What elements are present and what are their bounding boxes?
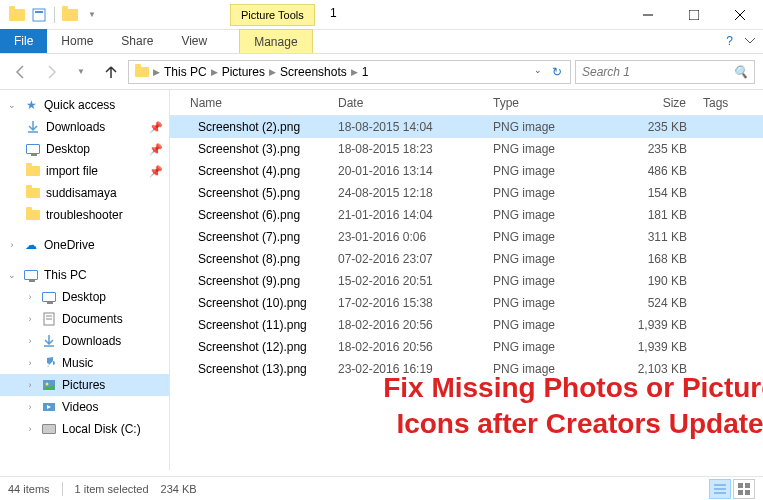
explorer-icon[interactable]: [8, 6, 26, 24]
tab-view[interactable]: View: [167, 29, 221, 53]
file-date: 15-02-2016 20:51: [330, 274, 485, 288]
cloud-icon: ☁: [22, 236, 40, 254]
expand-icon[interactable]: ›: [24, 358, 36, 368]
sidebar-item[interactable]: suddisamaya: [0, 182, 169, 204]
sidebar-item[interactable]: ›Pictures: [0, 374, 169, 396]
file-list-area: Name Date Type Size Tags Screenshot (2).…: [170, 90, 763, 470]
sidebar-item[interactable]: Desktop📌: [0, 138, 169, 160]
address-bar[interactable]: ▶ This PC ▶ Pictures ▶ Screenshots ▶ 1 ⌄…: [128, 60, 571, 84]
column-type[interactable]: Type: [485, 96, 615, 110]
file-name: Screenshot (3).png: [198, 142, 300, 156]
column-headers: Name Date Type Size Tags: [170, 90, 763, 116]
column-tags[interactable]: Tags: [695, 96, 755, 110]
crumb-pictures[interactable]: Pictures: [220, 65, 267, 79]
file-row[interactable]: Screenshot (8).png 07-02-2016 23:07 PNG …: [170, 248, 763, 270]
details-view-button[interactable]: [709, 479, 731, 499]
file-type: PNG image: [485, 186, 615, 200]
minimize-button[interactable]: [625, 0, 671, 30]
search-box[interactable]: 🔍: [575, 60, 755, 84]
file-row[interactable]: Screenshot (9).png 15-02-2016 20:51 PNG …: [170, 270, 763, 292]
sidebar-item-label: Local Disk (C:): [62, 422, 163, 436]
sidebar-item[interactable]: Downloads📌: [0, 116, 169, 138]
sidebar-item[interactable]: ›Music: [0, 352, 169, 374]
svg-rect-3: [689, 10, 699, 20]
file-row[interactable]: Screenshot (7).png 23-01-2016 0:06 PNG i…: [170, 226, 763, 248]
nav-quick-access[interactable]: ⌄ ★ Quick access: [0, 94, 169, 116]
close-button[interactable]: [717, 0, 763, 30]
expand-icon[interactable]: ›: [24, 292, 36, 302]
recent-locations-icon[interactable]: ▼: [68, 59, 94, 85]
file-size: 524 KB: [615, 296, 695, 310]
chevron-right-icon[interactable]: ▶: [153, 67, 160, 77]
address-dropdown-icon[interactable]: ⌄: [530, 65, 546, 79]
file-size: 190 KB: [615, 274, 695, 288]
properties-icon[interactable]: [30, 6, 48, 24]
file-row[interactable]: Screenshot (3).png 18-08-2015 18:23 PNG …: [170, 138, 763, 160]
crumb-this-pc[interactable]: This PC: [162, 65, 209, 79]
monitor-icon: [22, 266, 40, 284]
expand-icon[interactable]: ›: [6, 240, 18, 250]
sidebar-item-label: Pictures: [62, 378, 163, 392]
sidebar-item[interactable]: import file📌: [0, 160, 169, 182]
file-date: 18-08-2015 18:23: [330, 142, 485, 156]
file-size: 154 KB: [615, 186, 695, 200]
chevron-right-icon[interactable]: ▶: [211, 67, 218, 77]
qat-dropdown-icon[interactable]: ▼: [83, 6, 101, 24]
file-row[interactable]: Screenshot (4).png 20-01-2016 13:14 PNG …: [170, 160, 763, 182]
folder-icon: [24, 184, 42, 202]
sidebar-item[interactable]: ›Documents: [0, 308, 169, 330]
sidebar-item[interactable]: ›Videos: [0, 396, 169, 418]
file-type: PNG image: [485, 340, 615, 354]
music-icon: [40, 354, 58, 372]
file-row[interactable]: Screenshot (6).png 21-01-2016 14:04 PNG …: [170, 204, 763, 226]
column-size[interactable]: Size: [615, 96, 695, 110]
expand-icon[interactable]: ⌄: [6, 270, 18, 280]
sidebar-item[interactable]: ›Downloads: [0, 330, 169, 352]
help-icon[interactable]: ?: [726, 34, 733, 48]
pin-icon: 📌: [149, 165, 163, 178]
file-row[interactable]: Screenshot (5).png 24-08-2015 12:18 PNG …: [170, 182, 763, 204]
expand-icon[interactable]: ›: [24, 402, 36, 412]
downloads-icon: [24, 118, 42, 136]
chevron-right-icon[interactable]: ▶: [269, 67, 276, 77]
file-tab[interactable]: File: [0, 29, 47, 53]
sidebar-item[interactable]: ›Desktop: [0, 286, 169, 308]
forward-button[interactable]: [38, 59, 64, 85]
column-name[interactable]: Name: [170, 96, 330, 110]
tab-manage[interactable]: Manage: [239, 29, 312, 53]
crumb-current[interactable]: 1: [360, 65, 371, 79]
sidebar-item[interactable]: ›Local Disk (C:): [0, 418, 169, 440]
chevron-right-icon[interactable]: ▶: [351, 67, 358, 77]
search-input[interactable]: [582, 65, 733, 79]
expand-icon[interactable]: ⌄: [6, 100, 18, 110]
expand-icon[interactable]: ›: [24, 314, 36, 324]
new-folder-icon[interactable]: [61, 6, 79, 24]
expand-icon[interactable]: ›: [24, 424, 36, 434]
file-date: 17-02-2016 15:38: [330, 296, 485, 310]
pin-icon: 📌: [149, 121, 163, 134]
svg-point-10: [46, 383, 49, 386]
column-date[interactable]: Date: [330, 96, 485, 110]
back-button[interactable]: [8, 59, 34, 85]
contextual-tab-header: Picture Tools: [230, 4, 315, 26]
thumbnails-view-button[interactable]: [733, 479, 755, 499]
status-bar: 44 items 1 item selected 234 KB: [0, 476, 763, 500]
file-row[interactable]: Screenshot (2).png 18-08-2015 14:04 PNG …: [170, 116, 763, 138]
tab-home[interactable]: Home: [47, 29, 107, 53]
star-icon: ★: [22, 96, 40, 114]
crumb-screenshots[interactable]: Screenshots: [278, 65, 349, 79]
tab-share[interactable]: Share: [107, 29, 167, 53]
file-row[interactable]: Screenshot (10).png 17-02-2016 15:38 PNG…: [170, 292, 763, 314]
expand-icon[interactable]: ›: [24, 336, 36, 346]
expand-ribbon-icon[interactable]: [745, 34, 755, 48]
maximize-button[interactable]: [671, 0, 717, 30]
up-button[interactable]: [98, 59, 124, 85]
file-row[interactable]: Screenshot (11).png 18-02-2016 20:56 PNG…: [170, 314, 763, 336]
nav-this-pc[interactable]: ⌄ This PC: [0, 264, 169, 286]
search-icon[interactable]: 🔍: [733, 65, 748, 79]
sidebar-item[interactable]: troubleshooter: [0, 204, 169, 226]
expand-icon[interactable]: ›: [24, 380, 36, 390]
refresh-icon[interactable]: ↻: [548, 65, 566, 79]
nav-onedrive[interactable]: › ☁ OneDrive: [0, 234, 169, 256]
file-row[interactable]: Screenshot (12).png 18-02-2016 20:56 PNG…: [170, 336, 763, 358]
